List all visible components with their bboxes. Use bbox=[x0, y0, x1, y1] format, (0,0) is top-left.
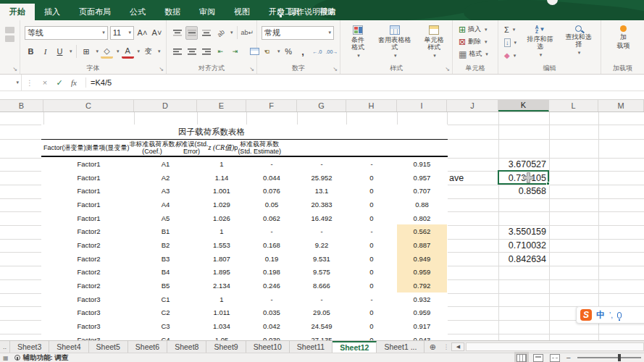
formula-input[interactable]: =K4/5 bbox=[91, 78, 112, 87]
table-row[interactable]: Factor1 A4 1.029 0.05 20.383 0 0.88 bbox=[41, 198, 448, 211]
scroll-left-button[interactable]: ◀ bbox=[451, 342, 464, 351]
increase-indent-button[interactable]: ⇥ bbox=[229, 45, 241, 59]
grid-cell-value[interactable]: 0.710032 bbox=[501, 239, 546, 253]
wrap-text-button[interactable]: ab↵ bbox=[241, 26, 254, 40]
enter-button[interactable]: ✓ bbox=[52, 78, 67, 88]
grid-body[interactable]: 因子载荷系数表格 Factor(潜变量) 测量项(显变量) 非标准载荷系数 bbox=[0, 112, 644, 340]
format-cells-button[interactable]: ▦ 格式 ▾ bbox=[457, 48, 495, 60]
borders-button[interactable]: ⊞ bbox=[80, 45, 93, 59]
tell-me-search[interactable]: 操作说明搜索 bbox=[277, 4, 336, 20]
sogou-logo-icon[interactable]: S bbox=[580, 309, 592, 321]
formula-bar-grip[interactable]: ⋮ bbox=[22, 79, 38, 87]
top-align-button[interactable] bbox=[171, 26, 183, 40]
middle-align-button[interactable] bbox=[185, 26, 198, 40]
clipboard-dialog-launcher-icon[interactable]: ↘ bbox=[12, 66, 17, 72]
insert-cells-button[interactable]: ⊞ 插入 ▾ bbox=[457, 23, 495, 35]
table-row[interactable]: Factor2 B5 2.134 0.246 8.666 0 0.792 bbox=[41, 279, 448, 292]
sheet-tab[interactable]: Sheet4 bbox=[49, 341, 88, 353]
font-color-button[interactable]: A bbox=[122, 45, 134, 59]
ribbon-tab[interactable]: 页面布局 bbox=[70, 4, 120, 20]
tabbar-grip[interactable]: ⋮ bbox=[440, 341, 451, 353]
column-header[interactable]: E bbox=[197, 100, 246, 111]
insert-function-button[interactable]: fx bbox=[67, 78, 81, 87]
align-center-button[interactable] bbox=[185, 45, 198, 59]
format-painter-icon[interactable] bbox=[5, 35, 14, 42]
grid-cell-value[interactable]: 3.550159 bbox=[501, 225, 546, 239]
align-right-button[interactable] bbox=[200, 45, 212, 59]
decrease-decimal-button[interactable]: .00→ bbox=[326, 45, 338, 59]
macro-record-icon[interactable]: ▦ bbox=[3, 355, 9, 361]
column-header[interactable]: F bbox=[246, 100, 297, 111]
underline-button[interactable]: U bbox=[54, 45, 66, 59]
ime-punctuation-toggle[interactable]: ’, bbox=[609, 311, 613, 319]
clear-button[interactable]: ◆▾ bbox=[503, 49, 518, 62]
zoom-out-button[interactable]: − bbox=[566, 353, 571, 362]
italic-button[interactable]: I bbox=[39, 45, 51, 59]
table-row[interactable]: Factor1 A5 1.026 0.062 16.492 0 0.802 bbox=[41, 211, 448, 225]
ribbon-tab[interactable]: 开始 bbox=[0, 4, 35, 20]
column-header[interactable]: I bbox=[397, 100, 447, 111]
sheet-tab[interactable]: Sheet10 bbox=[246, 341, 290, 353]
column-header[interactable]: D bbox=[134, 100, 197, 111]
table-row[interactable]: Factor3 C2 1.011 0.035 29.05 0 0.959 bbox=[41, 306, 448, 320]
comma-style-button[interactable]: , bbox=[297, 45, 309, 59]
font-dialog-launcher-icon[interactable]: ↘ bbox=[159, 66, 164, 72]
grow-font-button[interactable]: A˄ bbox=[136, 26, 149, 40]
phonetic-guide-button[interactable]: 变 bbox=[142, 45, 154, 59]
sheet-tab[interactable]: Sheet1 ... bbox=[377, 341, 425, 353]
sheet-overflow-indicator[interactable]: .. bbox=[0, 341, 10, 353]
accessibility-status[interactable]: 辅助功能: 调查 bbox=[23, 353, 69, 362]
column-header[interactable]: J bbox=[447, 100, 498, 111]
table-row[interactable]: Factor2 B3 1.807 0.19 9.531 0 0.949 bbox=[41, 252, 448, 266]
autosum-button[interactable]: Σ▾ bbox=[503, 23, 518, 35]
styles-dialog-launcher-icon[interactable]: ↘ bbox=[445, 66, 450, 72]
delete-cells-button[interactable]: ⊠ 删除 ▾ bbox=[457, 35, 495, 48]
ribbon-tab[interactable]: 视图 bbox=[225, 4, 259, 20]
ime-language-mode[interactable]: 中 bbox=[596, 309, 605, 321]
table-row[interactable]: Factor1 A2 1.14 0.044 25.952 0 0.957 bbox=[41, 171, 448, 185]
new-sheet-button[interactable]: ⊕ bbox=[425, 341, 440, 353]
page-break-view-button[interactable] bbox=[550, 354, 560, 362]
cell-styles-button[interactable]: 单元格样式 ▾ bbox=[419, 23, 449, 64]
font-size-combo[interactable]: 11▾ bbox=[110, 26, 134, 40]
grid-cell-value[interactable]: 0.842634 bbox=[501, 252, 546, 266]
column-header[interactable]: B bbox=[0, 100, 43, 111]
column-header[interactable]: C bbox=[43, 100, 134, 111]
sheet-tab[interactable]: Sheet12 bbox=[333, 341, 377, 353]
page-layout-view-button[interactable] bbox=[533, 354, 543, 362]
table-row[interactable]: Factor2 B2 1.553 0.168 9.22 0 0.887 bbox=[41, 238, 448, 252]
conditional-formatting-button[interactable]: 条件格式 ▾ bbox=[345, 23, 371, 64]
number-dialog-launcher-icon[interactable]: ↘ bbox=[333, 66, 338, 72]
find-select-button[interactable]: 查找和选择 ▾ bbox=[559, 23, 598, 64]
zoom-slider-thumb[interactable] bbox=[618, 354, 621, 361]
font-name-combo[interactable]: 等线▾ bbox=[25, 26, 108, 40]
addins-button[interactable]: 加 载项 bbox=[606, 23, 641, 49]
format-as-table-button[interactable]: 套用表格格式 ▾ bbox=[372, 23, 417, 64]
alignment-dialog-launcher-icon[interactable]: ↘ bbox=[249, 66, 254, 72]
fill-button[interactable]: ↓▾ bbox=[503, 36, 518, 49]
sheet-tab[interactable]: Sheet5 bbox=[89, 341, 128, 353]
fill-color-button[interactable]: ◇ bbox=[101, 45, 113, 59]
normal-view-button[interactable] bbox=[517, 354, 527, 362]
column-header[interactable]: G bbox=[297, 100, 346, 111]
increase-decimal-button[interactable]: ←.0 bbox=[311, 45, 324, 59]
align-left-button[interactable] bbox=[171, 45, 183, 59]
orientation-button[interactable]: ab bbox=[212, 23, 230, 41]
table-row[interactable]: Factor1 A3 1.001 0.076 13.1 0 0.707 bbox=[41, 184, 448, 198]
ribbon-tab[interactable]: 公式 bbox=[120, 4, 155, 20]
accounting-format-button[interactable]: ¤ bbox=[262, 45, 274, 59]
column-header[interactable]: H bbox=[346, 100, 397, 111]
column-header[interactable]: M bbox=[598, 100, 644, 111]
column-header[interactable]: K bbox=[498, 100, 549, 111]
sheet-tab[interactable]: Sheet9 bbox=[206, 341, 246, 353]
table-row[interactable]: Factor2 B4 1.895 0.198 9.575 0 0.959 bbox=[41, 266, 448, 279]
microphone-icon[interactable] bbox=[617, 312, 622, 319]
table-row[interactable]: Factor3 C3 1.034 0.042 24.549 0 0.917 bbox=[41, 319, 448, 333]
grid-cell-value[interactable]: 0.8568 bbox=[501, 185, 546, 198]
grid-cell-value[interactable]: ave bbox=[449, 171, 495, 185]
decrease-indent-button[interactable]: ⇤ bbox=[214, 45, 227, 59]
bold-button[interactable]: B bbox=[25, 45, 37, 59]
sheet-tab[interactable]: Sheet11 bbox=[290, 341, 333, 353]
table-row[interactable]: Factor1 A1 1 - - - 0.915 bbox=[41, 157, 448, 171]
shrink-font-button[interactable]: A˅ bbox=[151, 26, 163, 40]
